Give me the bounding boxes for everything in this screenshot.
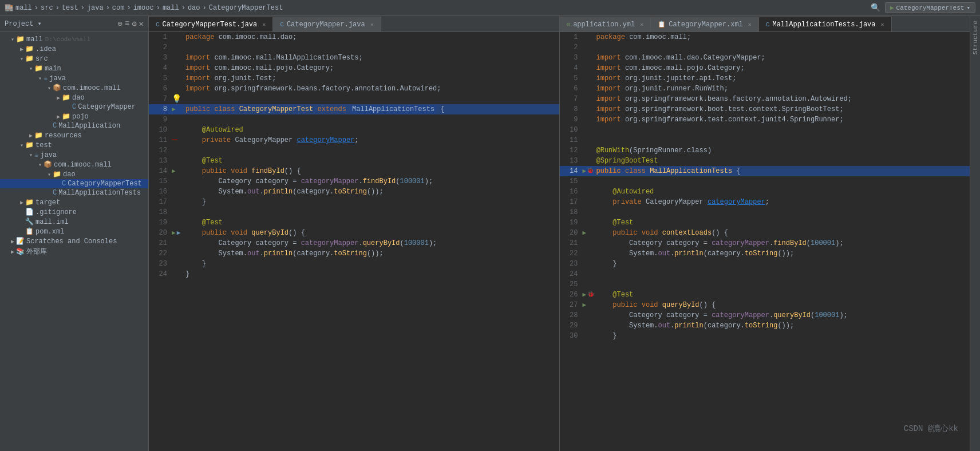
- tree-item-test[interactable]: ▾ 📁 test: [0, 140, 148, 150]
- r-code-line-1: 1 package com.imooc.mall;: [560, 32, 970, 42]
- right-editor-panel: ⚙ application.yml ✕ 📋 CategoryMapper.xml…: [560, 16, 970, 451]
- run-config-dropdown[interactable]: ▾: [966, 4, 970, 11]
- r-code-line-22: 22 System.out.println(category.toString(…: [560, 248, 970, 259]
- code-line-11: 11 ─ private CategoryMapper categoryMapp…: [149, 135, 559, 145]
- tree-item-pojo[interactable]: ▶ 📁 pojo: [0, 112, 148, 121]
- tree-item-mall-iml[interactable]: 🔧 mall.iml: [0, 217, 148, 227]
- r-code-line-11: 11: [560, 135, 970, 145]
- code-line-18: 18: [149, 207, 559, 217]
- code-line-22: 22 System.out.println(category.toString(…: [149, 248, 559, 259]
- search-icon[interactable]: 🔍: [871, 3, 880, 13]
- tree-item-pom-xml[interactable]: 📋 pom.xml: [0, 227, 148, 236]
- r-code-line-23: 23 }: [560, 259, 970, 269]
- r-code-line-29: 29 System.out.println(category.toString(…: [560, 321, 970, 331]
- tab-label: CategoryMapperTest.java: [163, 21, 258, 29]
- tab-close-yml[interactable]: ✕: [640, 21, 643, 28]
- tab-xml-label: CategoryMapper.xml: [669, 21, 743, 29]
- code-line-12: 12: [149, 145, 559, 156]
- r-code-line-15: 15: [560, 176, 970, 187]
- r-code-line-8: 8 import org.springframework.boot.test.c…: [560, 104, 970, 114]
- tab-category-mapper-test[interactable]: C CategoryMapperTest.java ✕: [149, 17, 273, 31]
- tab-close-mall-tests[interactable]: ✕: [880, 21, 884, 28]
- r-code-line-3: 3 import com.imooc.mall.dao.CategoryMapp…: [560, 53, 970, 63]
- title-bar: 🏬 mall › src › test › java › com › imooc…: [0, 0, 980, 16]
- collapse-icon[interactable]: ≡: [125, 19, 129, 29]
- r-code-line-16: 16 @Autowired: [560, 187, 970, 197]
- code-line-24: 24 }: [149, 269, 559, 279]
- tab-mall-application-tests[interactable]: C MallApplicationTests.java ✕: [759, 17, 892, 31]
- code-line-9: 9: [149, 114, 559, 125]
- tree-item-resources[interactable]: ▶ 📁 resources: [0, 130, 148, 140]
- tree-item-category-mapper-test[interactable]: C CategoryMapperTest: [0, 179, 148, 188]
- r-code-line-5: 5 import org.junit.jupiter.api.Test;: [560, 73, 970, 84]
- main-layout: Project ▾ ⊕ ≡ ⚙ ✕ ▾ 📁 mall D:\code\mall …: [0, 16, 980, 451]
- tab-java-icon: C: [156, 21, 160, 28]
- project-sidebar: Project ▾ ⊕ ≡ ⚙ ✕ ▾ 📁 mall D:\code\mall …: [0, 16, 149, 451]
- tree-item-java-main[interactable]: ▾ ☕ java: [0, 73, 148, 83]
- tab-java-icon2: C: [280, 21, 284, 28]
- structure-sidebar[interactable]: Structure: [970, 16, 980, 451]
- tree-item-dao-main[interactable]: ▶ 📁 dao: [0, 93, 148, 102]
- tab-yml-label: application.yml: [573, 21, 635, 29]
- breadcrumb-mall[interactable]: 🏬: [5, 3, 13, 12]
- tree-item-mall-application-tests[interactable]: C MallApplicationTests: [0, 188, 148, 197]
- tab-label2: CategoryMapper.java: [287, 21, 365, 29]
- tab-category-mapper[interactable]: C CategoryMapper.java ✕: [273, 17, 381, 31]
- tree-item-mall[interactable]: ▾ 📁 mall D:\code\mall: [0, 34, 148, 44]
- tab-category-mapper-xml[interactable]: 📋 CategoryMapper.xml ✕: [651, 17, 759, 31]
- tab-application-yml[interactable]: ⚙ application.yml ✕: [560, 17, 651, 31]
- tab-java-icon3: C: [766, 21, 770, 28]
- r-code-line-24: 24: [560, 269, 970, 279]
- code-line-23: 23 }: [149, 259, 559, 269]
- r-code-line-27: 27 ▶ public void queryById() {: [560, 300, 970, 310]
- code-line-20: 20 ▶▶ public void queryById() {: [149, 228, 559, 238]
- locate-icon[interactable]: ⊕: [117, 19, 122, 29]
- tab-close-button[interactable]: ✕: [262, 21, 266, 28]
- code-line-3: 3 import com.imooc.mall.MallApplicationT…: [149, 53, 559, 63]
- tree-item-mall-application[interactable]: C MallApplication: [0, 121, 148, 130]
- r-code-line-7: 7 import org.springframework.beans.facto…: [560, 94, 970, 104]
- tab-close-xml[interactable]: ✕: [748, 21, 752, 28]
- r-code-line-17: 17 private CategoryMapper categoryMapper…: [560, 197, 970, 207]
- sidebar-title: Project ▾: [5, 19, 117, 28]
- sidebar-tree: ▾ 📁 mall D:\code\mall ▶ 📁 .idea ▾ 📁 src: [0, 32, 148, 451]
- tree-item-com-imooc-mall[interactable]: ▾ 📦 com.imooc.mall: [0, 83, 148, 93]
- code-line-17: 17 }: [149, 197, 559, 207]
- code-line-8: 8 ▶ public class CategoryMapperTest exte…: [149, 104, 559, 114]
- tree-item-idea[interactable]: ▶ 📁 .idea: [0, 44, 148, 54]
- r-code-line-25: 25: [560, 279, 970, 290]
- title-bar-right: 🔍 ▶ CategoryMapperTest ▾: [871, 2, 975, 13]
- tree-item-dao-test[interactable]: ▾ 📁 dao: [0, 169, 148, 179]
- left-tabs-bar: C CategoryMapperTest.java ✕ C CategoryMa…: [149, 16, 559, 32]
- right-code-editor[interactable]: 1 package com.imooc.mall; 2 3 im: [560, 32, 970, 451]
- close-sidebar-icon[interactable]: ✕: [139, 19, 144, 29]
- settings-icon[interactable]: ⚙: [132, 19, 136, 29]
- run-config-selector[interactable]: ▶ CategoryMapperTest ▾: [885, 2, 975, 13]
- left-code-lines: 1 package com.imooc.mall.dao; 2 3: [149, 32, 559, 279]
- tree-item-target[interactable]: ▶ 📁 target: [0, 197, 148, 207]
- code-line-5: 5 import org.junit.Test;: [149, 73, 559, 84]
- tree-item-com-imooc-mall-test[interactable]: ▾ 📦 com.imooc.mall: [0, 160, 148, 169]
- tree-item-external-libs[interactable]: ▶ 📚 外部库: [0, 246, 148, 257]
- sidebar-icons: ⊕ ≡ ⚙ ✕: [117, 19, 144, 29]
- breadcrumb: 🏬 mall › src › test › java › com › imooc…: [5, 3, 283, 12]
- code-line-21: 21 Category category = categoryMapper.qu…: [149, 238, 559, 248]
- tree-item-java-test[interactable]: ▾ ☕ java: [0, 150, 148, 160]
- r-code-line-14: 14 ▶🐞 public class MallApplicationTests …: [560, 166, 970, 176]
- r-code-line-18: 18: [560, 207, 970, 217]
- code-line-14: 14 ▶ public void findById() {: [149, 166, 559, 176]
- right-tabs-bar: ⚙ application.yml ✕ 📋 CategoryMapper.xml…: [560, 16, 970, 32]
- r-code-line-9: 9 import org.springframework.test.contex…: [560, 114, 970, 125]
- tree-item-scratches[interactable]: ▶ 📝 Scratches and Consoles: [0, 236, 148, 246]
- tree-item-gitignore[interactable]: 📄 .gitignore: [0, 207, 148, 217]
- editors-split: C CategoryMapperTest.java ✕ C CategoryMa…: [149, 16, 970, 451]
- r-code-line-19: 19 @Test: [560, 217, 970, 228]
- r-code-line-13: 13 @SpringBootTest: [560, 156, 970, 166]
- tab-close-button2[interactable]: ✕: [370, 21, 374, 28]
- tree-item-main[interactable]: ▾ 📁 main: [0, 64, 148, 73]
- left-code-editor[interactable]: 1 package com.imooc.mall.dao; 2 3: [149, 32, 559, 451]
- tree-item-category-mapper[interactable]: C CategoryMapper: [0, 102, 148, 112]
- left-editor-panel: C CategoryMapperTest.java ✕ C CategoryMa…: [149, 16, 560, 451]
- tree-item-src[interactable]: ▾ 📁 src: [0, 54, 148, 64]
- run-config-label: CategoryMapperTest: [896, 5, 965, 11]
